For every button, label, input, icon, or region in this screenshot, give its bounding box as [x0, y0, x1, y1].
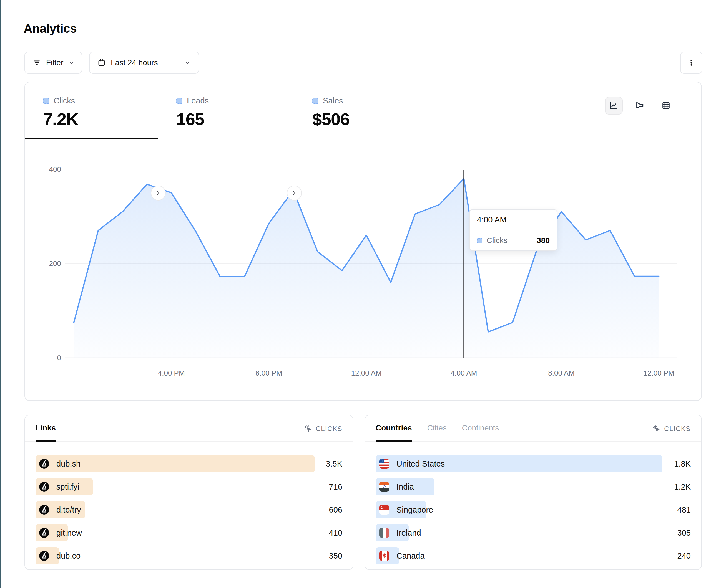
table-grid-icon — [661, 101, 671, 110]
row-value: 481 — [677, 505, 691, 515]
stat-value: 165 — [176, 109, 294, 129]
sales-legend-swatch — [312, 98, 319, 104]
x-axis-label: 4:00 AM — [442, 369, 486, 378]
x-axis-label: 12:00 AM — [344, 369, 389, 378]
in-flag-icon — [379, 482, 389, 492]
filter-label: Filter — [46, 58, 63, 67]
cursor-click-icon — [652, 425, 661, 433]
metric-label: CLICKS — [664, 425, 691, 433]
line-chart-view-button[interactable] — [605, 97, 623, 115]
ie-flag-icon — [379, 528, 389, 538]
dub-logo-icon — [39, 459, 49, 469]
analytics-card: Clicks 7.2K Leads 165 Sales $506 — [24, 82, 702, 401]
stat-label: Sales — [323, 96, 343, 106]
funnel-icon — [635, 101, 645, 110]
list-item[interactable]: d.to/try606 — [36, 501, 342, 518]
cursor-click-icon — [304, 425, 312, 433]
chevron-down-icon — [184, 59, 191, 66]
row-value: 1.8K — [674, 459, 691, 469]
list-item[interactable]: Canada240 — [375, 547, 691, 564]
filter-icon — [33, 59, 41, 67]
tab-leads[interactable]: Leads 165 — [158, 82, 294, 139]
us-flag-icon — [379, 459, 389, 469]
row-label: dub.sh — [56, 459, 81, 469]
list-item[interactable]: United States1.8K — [375, 455, 691, 472]
list-item[interactable]: dub.sh3.5K — [36, 455, 342, 472]
row-label: United States — [396, 459, 445, 469]
x-axis-label: 8:00 PM — [246, 369, 291, 378]
ca-flag-icon — [379, 551, 389, 561]
x-axis-label: 4:00 PM — [149, 369, 194, 378]
row-value: 350 — [329, 551, 342, 561]
dub-logo-icon — [39, 505, 49, 515]
countries-metric-selector[interactable]: CLICKS — [652, 425, 691, 441]
table-view-button[interactable] — [657, 97, 675, 115]
row-value: 1.2K — [674, 482, 691, 492]
tab-continents[interactable]: Continents — [462, 424, 499, 441]
stats-row: Clicks 7.2K Leads 165 Sales $506 — [25, 82, 701, 139]
row-label: India — [396, 482, 414, 492]
list-item[interactable]: Singapore481 — [375, 501, 691, 518]
sg-flag-icon — [379, 505, 389, 515]
row-label: Ireland — [396, 528, 421, 538]
stat-value: $506 — [312, 109, 349, 129]
metric-label: CLICKS — [316, 425, 342, 433]
tooltip-legend-swatch — [477, 238, 482, 243]
tooltip-series-label: Clicks — [487, 236, 508, 245]
tab-sales[interactable]: Sales $506 — [294, 82, 349, 139]
row-label: d.to/try — [56, 505, 81, 515]
clicks-legend-swatch — [43, 98, 49, 104]
kebab-menu-icon — [687, 59, 695, 67]
list-item[interactable]: Ireland305 — [375, 524, 691, 541]
tab-countries[interactable]: Countries — [375, 424, 412, 441]
y-axis-label: 0 — [25, 354, 61, 362]
expand-clicks-chevron-button[interactable] — [151, 185, 166, 201]
stat-label: Clicks — [53, 96, 75, 106]
row-value: 305 — [677, 528, 691, 538]
row-label: Singapore — [396, 505, 433, 515]
y-axis-label: 400 — [25, 165, 61, 174]
chart-view-switch — [605, 97, 675, 115]
funnel-view-button[interactable] — [631, 97, 649, 115]
date-range-label: Last 24 hours — [111, 58, 158, 67]
row-value: 606 — [329, 505, 342, 515]
dub-logo-icon — [39, 551, 49, 561]
list-item[interactable]: dub.co350 — [36, 547, 342, 564]
page-title: Analytics — [24, 22, 77, 36]
chart-tooltip: 4:00 AM Clicks 380 — [469, 209, 558, 251]
tooltip-value: 380 — [537, 236, 550, 245]
expand-leads-chevron-button[interactable] — [287, 185, 302, 201]
filter-button[interactable]: Filter — [24, 51, 82, 74]
list-item[interactable]: India1.2K — [375, 478, 691, 495]
stat-label: Leads — [187, 96, 209, 106]
tab-clicks[interactable]: Clicks 7.2K — [25, 82, 158, 139]
row-label: Canada — [396, 551, 425, 561]
row-label: spti.fyi — [56, 482, 79, 492]
line-chart-icon — [609, 101, 619, 110]
tooltip-time: 4:00 AM — [470, 210, 557, 230]
countries-panel: Countries Cities Continents CLICKS Unite… — [365, 415, 702, 570]
leads-legend-swatch — [176, 98, 182, 104]
tab-links[interactable]: Links — [36, 424, 56, 441]
x-axis-label: 12:00 PM — [637, 369, 681, 378]
y-axis-label: 200 — [25, 259, 61, 268]
row-value: 240 — [677, 551, 691, 561]
dub-logo-icon — [39, 482, 49, 492]
x-axis-label: 8:00 AM — [539, 369, 584, 378]
more-options-button[interactable] — [680, 51, 703, 74]
list-item[interactable]: spti.fyi716 — [36, 478, 342, 495]
links-metric-selector[interactable]: CLICKS — [304, 425, 342, 441]
links-panel: Links CLICKS dub.sh3.5Kspti.fyi716d.to/t… — [24, 415, 353, 570]
list-item[interactable]: git.new410 — [36, 524, 342, 541]
row-label: git.new — [56, 528, 82, 538]
tab-cities[interactable]: Cities — [427, 424, 447, 441]
calendar-icon — [98, 59, 106, 67]
chevron-down-icon — [68, 59, 75, 66]
row-label: dub.co — [56, 551, 81, 561]
date-range-button[interactable]: Last 24 hours — [89, 51, 199, 74]
stat-value: 7.2K — [43, 109, 158, 129]
dub-logo-icon — [39, 528, 49, 538]
row-value: 3.5K — [326, 459, 342, 469]
chart-area-fill — [74, 179, 659, 358]
clicks-area-chart[interactable]: 0200400 4:00 PM8:00 PM12:00 AM4:00 AM8:0… — [25, 139, 701, 400]
